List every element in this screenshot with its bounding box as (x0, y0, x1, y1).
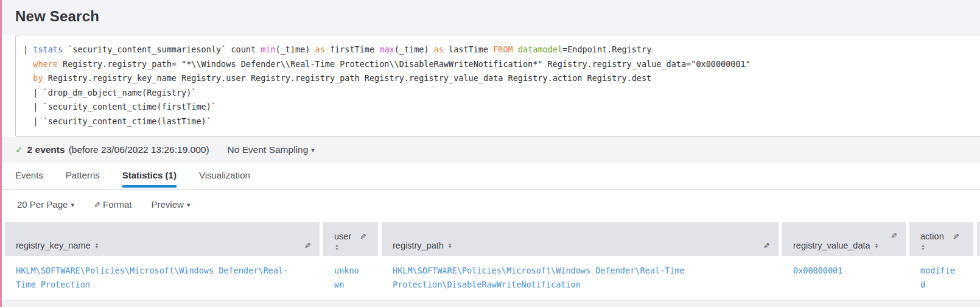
table-row: HKLM\SOFTWARE\Policies\Microsoft\Windows… (5, 256, 980, 301)
sort-icon[interactable]: ▲▼ (335, 244, 339, 250)
event-sampling-dropdown[interactable]: No Event Sampling▾ (228, 144, 315, 155)
table-cell-registry_path[interactable]: HKLM\SOFTWARE\Policies\Microsoft\Windows… (382, 256, 779, 300)
table-cell-user[interactable]: unknown (323, 256, 378, 300)
sort-icon[interactable]: ▲▼ (875, 242, 879, 249)
job-status-bar: ✓ 2 events (before 23/06/2022 13:26:19.0… (0, 137, 980, 163)
pencil-icon[interactable]: ✎ (763, 241, 770, 250)
events-count: 2 events (27, 144, 65, 155)
page-left-accent-border (0, 0, 2, 307)
table-cell-registry_key_name[interactable]: HKLM\SOFTWARE\Policies\Microsoft\Windows… (5, 256, 320, 300)
table-cell-overflow (977, 256, 980, 300)
stats-table-body: HKLM\SOFTWARE\Policies\Microsoft\Windows… (0, 256, 980, 301)
results-toolbar: 20 Per Page▾ ✎ Format Preview▾ (0, 190, 980, 219)
job-done-check-icon: ✓ (15, 144, 23, 155)
query-line: | `drop_dm_object_name(Registry)` (23, 86, 970, 101)
column-header-action[interactable]: action✎▲▼ (909, 222, 973, 256)
tab-visualization[interactable]: Visualization (199, 170, 250, 187)
per-page-label: 20 Per Page (17, 199, 68, 210)
sort-icon[interactable]: ▲▼ (921, 244, 925, 250)
per-page-dropdown[interactable]: 20 Per Page▾ (17, 199, 74, 210)
column-label: registry_key_name (16, 241, 91, 250)
pencil-icon[interactable]: ✎ (304, 241, 311, 250)
column-label: user (334, 231, 351, 241)
column-label: registry_path (393, 241, 444, 250)
sort-icon[interactable]: ▲▼ (448, 242, 452, 249)
tab-events[interactable]: Events (15, 170, 43, 187)
column-header-user[interactable]: user✎▲▼ (323, 222, 378, 256)
sort-icon[interactable]: ▲▼ (95, 242, 99, 249)
next-row-edge (0, 301, 980, 307)
tab-patterns[interactable]: Patterns (66, 170, 100, 187)
search-query-text: | tstats `security_content_summariesonly… (23, 43, 970, 129)
query-line: by Registry.registry_key_name Registry.u… (23, 71, 970, 86)
preview-label: Preview (152, 199, 184, 210)
event-sampling-label: No Event Sampling (228, 144, 309, 155)
pencil-icon[interactable]: ✎ (891, 231, 897, 241)
query-line: | `security_content_ctime(lastTime)` (23, 115, 970, 129)
format-button[interactable]: ✎ Format (94, 199, 132, 210)
search-query-input[interactable]: | tstats `security_content_summariesonly… (15, 35, 980, 137)
results-tabs: EventsPatternsStatistics (1)Visualizatio… (0, 163, 980, 190)
preview-dropdown[interactable]: Preview▾ (152, 199, 191, 210)
column-label: action (920, 231, 944, 241)
column-header-registry_key_name[interactable]: registry_key_name▲▼✎ (5, 222, 320, 256)
events-time-range: (before 23/06/2022 13:26:19.000) (69, 144, 209, 155)
format-label: Format (103, 199, 132, 210)
pencil-icon[interactable]: ✎ (953, 232, 959, 241)
query-line: | tstats `security_content_summariesonly… (23, 43, 970, 57)
column-header-registry_path[interactable]: registry_path▲▼✎ (382, 222, 779, 256)
column-header-registry_value_data[interactable]: ✎registry_value_data▲▼ (782, 222, 906, 256)
page-header: New Search (0, 0, 980, 35)
pencil-icon: ✎ (94, 200, 100, 210)
page-title: New Search (15, 8, 980, 25)
column-label: registry_value_data (793, 241, 870, 250)
pencil-icon[interactable]: ✎ (360, 232, 366, 241)
tab-statistics-1[interactable]: Statistics (1) (122, 170, 177, 188)
table-cell-registry_value_data[interactable]: 0x00000001 (782, 256, 906, 300)
query-line: where Registry.registry_path= "*\\Window… (23, 57, 970, 72)
stats-table-header: registry_key_name▲▼✎user✎▲▼registry_path… (5, 222, 980, 256)
table-cell-action[interactable]: modified (909, 256, 973, 300)
query-line: | `security_content_ctime(firstTime)` (23, 100, 970, 115)
caret-down-icon: ▾ (311, 146, 315, 154)
caret-down-icon: ▾ (71, 201, 74, 208)
column-header-overflow (977, 222, 980, 256)
caret-down-icon: ▾ (187, 201, 191, 208)
